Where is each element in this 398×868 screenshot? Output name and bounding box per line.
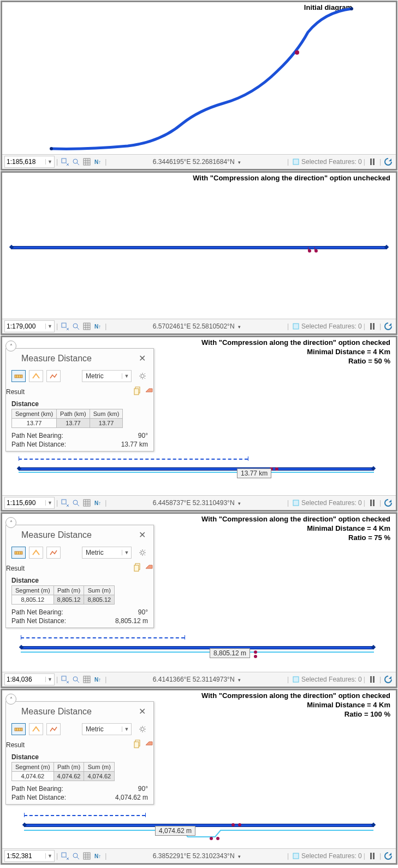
refresh-icon[interactable] — [384, 498, 393, 507]
extent-icon[interactable] — [61, 852, 69, 860]
measure-dashed — [21, 637, 185, 638]
svg-rect-18 — [293, 500, 299, 506]
north-arrow-icon[interactable]: N↑ — [93, 498, 102, 507]
refresh-icon[interactable] — [384, 675, 393, 684]
svg-rect-15 — [62, 500, 66, 504]
measurement-label: 8,805.12 m — [210, 648, 250, 658]
scale-input[interactable] — [5, 499, 45, 507]
pause-icon[interactable] — [368, 322, 377, 331]
chevron-down-icon[interactable]: ▾ — [238, 324, 241, 330]
extent-icon[interactable] — [61, 675, 69, 684]
chevron-down-icon[interactable]: ▾ — [238, 501, 241, 506]
measure-feature-mode[interactable] — [46, 370, 61, 382]
zoom-selection-icon[interactable] — [72, 157, 80, 166]
extent-icon[interactable] — [61, 322, 69, 331]
selection-icon[interactable] — [292, 322, 300, 331]
chevron-down-icon[interactable]: ▼ — [122, 373, 131, 379]
zoom-selection-icon[interactable] — [72, 498, 80, 507]
scale-input[interactable] — [5, 676, 45, 683]
north-arrow-icon[interactable]: N↑ — [93, 157, 102, 166]
measure-line-mode[interactable] — [11, 723, 26, 735]
close-icon[interactable]: ✕ — [136, 706, 148, 717]
chevron-down-icon[interactable]: ▼ — [122, 726, 131, 732]
zoom-selection-icon[interactable] — [72, 675, 80, 684]
chevron-down-icon[interactable]: ▼ — [45, 677, 54, 682]
close-icon[interactable]: ✕ — [136, 530, 148, 540]
grid-icon[interactable] — [82, 852, 91, 860]
unit-selector[interactable]: Metric ▼ — [82, 370, 132, 382]
pause-icon[interactable] — [368, 675, 377, 684]
refresh-icon[interactable] — [384, 322, 393, 331]
copy-icon[interactable] — [134, 386, 141, 397]
clear-icon[interactable] — [145, 563, 153, 573]
scale-input[interactable] — [5, 852, 45, 860]
caption: With "Compression along the direction" o… — [201, 515, 390, 543]
extent-icon[interactable] — [61, 157, 69, 166]
north-arrow-icon[interactable]: N↑ — [93, 675, 102, 684]
zoom-selection-icon[interactable] — [72, 852, 80, 860]
chevron-down-icon[interactable]: ▼ — [45, 500, 54, 506]
measurement-label: 13.77 km — [237, 468, 271, 478]
extent-icon[interactable] — [61, 498, 69, 507]
gear-icon[interactable] — [137, 547, 148, 558]
measure-feature-mode[interactable] — [46, 547, 61, 559]
close-icon[interactable]: ✕ — [136, 353, 148, 363]
selection-icon[interactable] — [292, 852, 300, 860]
chevron-down-icon[interactable]: ▼ — [45, 159, 54, 165]
measure-feature-mode[interactable] — [46, 723, 61, 735]
measure-line-mode[interactable] — [11, 547, 26, 559]
north-arrow-icon[interactable]: N↑ — [93, 852, 102, 860]
grid-icon[interactable] — [82, 322, 91, 331]
svg-point-16 — [73, 500, 78, 505]
grid-icon[interactable] — [82, 675, 91, 684]
distance-section-label: Distance — [11, 400, 148, 408]
chevron-down-icon[interactable]: ▾ — [238, 677, 241, 683]
scale-combo[interactable]: ▼ — [4, 320, 55, 332]
measure-path-mode[interactable] — [29, 547, 43, 559]
svg-point-4 — [73, 159, 78, 163]
scale-combo[interactable]: ▼ — [4, 850, 55, 862]
scale-input[interactable] — [5, 158, 45, 166]
measure-path-mode[interactable] — [29, 370, 43, 382]
north-arrow-icon[interactable]: N↑ — [93, 322, 102, 331]
grid-icon[interactable] — [82, 157, 91, 166]
coordinates: 6.3446195°E 52.2681684°N ▾ — [108, 158, 286, 166]
scale-input[interactable] — [5, 322, 45, 330]
copy-icon[interactable] — [134, 563, 141, 573]
coordinates: 6.5702461°E 52.5810502°N ▾ — [108, 322, 286, 330]
chevron-down-icon[interactable]: ▾ — [238, 854, 241, 859]
selection-icon[interactable] — [292, 675, 300, 684]
gear-icon[interactable] — [137, 724, 148, 735]
unit-selector[interactable]: Metric ▼ — [82, 547, 132, 559]
chevron-down-icon[interactable]: ▼ — [45, 853, 54, 859]
pause-icon[interactable] — [368, 852, 377, 860]
pause-icon[interactable] — [368, 157, 377, 166]
chevron-down-icon[interactable]: ▾ — [238, 160, 241, 165]
collapse-toggle[interactable]: ˄ — [5, 517, 16, 528]
gear-icon[interactable] — [137, 371, 148, 382]
chevron-down-icon[interactable]: ▼ — [45, 324, 54, 329]
unit-selector[interactable]: Metric ▼ — [82, 723, 132, 735]
refresh-icon[interactable] — [384, 852, 393, 860]
scale-combo[interactable]: ▼ — [4, 497, 55, 509]
copy-icon[interactable] — [134, 740, 141, 750]
svg-rect-6 — [293, 159, 299, 165]
collapse-toggle[interactable]: ˄ — [5, 341, 16, 351]
selection-icon[interactable] — [292, 157, 300, 166]
selection-icon[interactable] — [292, 498, 300, 507]
pause-icon[interactable] — [368, 498, 377, 507]
panel-ratio75: ˄ With "Compression along the direction"… — [1, 512, 397, 688]
zoom-selection-icon[interactable] — [72, 322, 80, 331]
clear-icon[interactable] — [145, 386, 153, 397]
refresh-icon[interactable] — [384, 157, 393, 166]
distance-table: Segment (km)Path (km)Sum (km) 13.7713.77… — [11, 409, 123, 428]
collapse-toggle[interactable]: ˄ — [5, 694, 16, 705]
measure-path-mode[interactable] — [29, 723, 43, 735]
coordinates: 6.4458737°E 52.3110493°N ▾ — [108, 499, 286, 507]
clear-icon[interactable] — [145, 740, 153, 750]
chevron-down-icon[interactable]: ▼ — [122, 550, 131, 555]
scale-combo[interactable]: ▼ — [4, 673, 55, 685]
measure-line-mode[interactable] — [11, 370, 26, 382]
scale-combo[interactable]: ▼ — [4, 156, 55, 168]
grid-icon[interactable] — [82, 498, 91, 507]
